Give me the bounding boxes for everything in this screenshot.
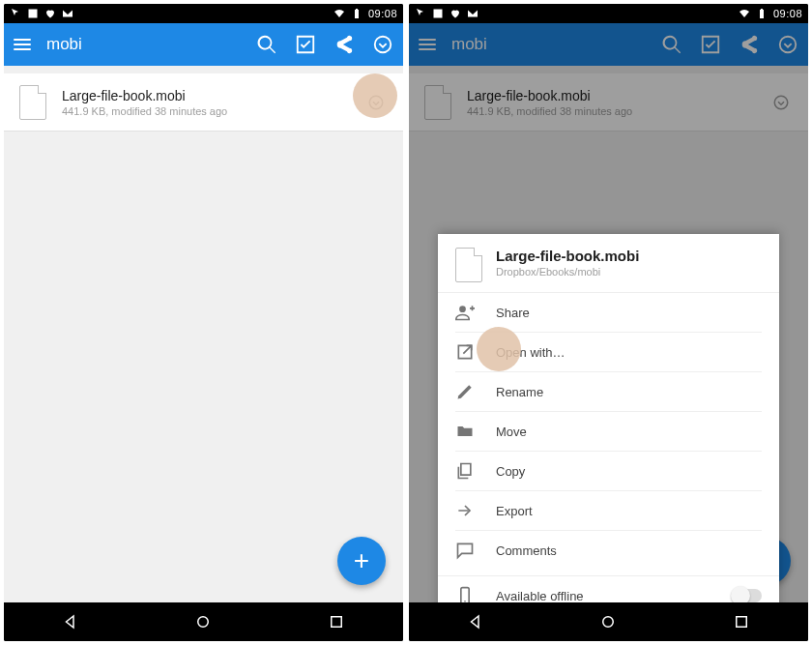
- nav-back-icon[interactable]: [62, 613, 79, 630]
- comment-icon: [455, 541, 475, 560]
- clock: 09:08: [773, 8, 802, 19]
- file-icon: [19, 85, 46, 120]
- nav-bar: [4, 602, 403, 641]
- wifi-icon: [739, 8, 750, 19]
- svg-point-1: [369, 96, 383, 109]
- nav-home-icon[interactable]: [194, 613, 212, 630]
- heart-icon: [450, 8, 461, 19]
- app-bar: mobi: [4, 23, 403, 66]
- sheet-item-label: Available offline: [496, 589, 584, 603]
- sheet-item-copy[interactable]: Copy: [438, 452, 779, 490]
- person-add-icon: [455, 303, 475, 322]
- device-right: 09:08 mobi Large-file-book.mobi 441.9 KB…: [409, 4, 808, 641]
- menu-icon[interactable]: [14, 39, 31, 50]
- sheet-item-move[interactable]: Move: [438, 412, 779, 451]
- file-row[interactable]: Large-file-book.mobi 441.9 KB, modified …: [4, 73, 403, 132]
- sheet-item-label: Share: [496, 306, 530, 320]
- sheet-item-comments[interactable]: Comments: [438, 531, 779, 570]
- battery-icon: [756, 8, 768, 19]
- bottom-sheet: Large-file-book.mobi Dropbox/Ebooks/mobi…: [438, 234, 779, 635]
- nav-recent-icon[interactable]: [328, 613, 345, 630]
- pointer-icon: [10, 8, 21, 19]
- nav-home-icon[interactable]: [599, 613, 617, 630]
- mail-icon: [467, 8, 478, 19]
- nav-bar: [409, 602, 808, 641]
- svg-rect-10: [737, 617, 747, 628]
- folder-move-icon: [455, 422, 475, 441]
- file-meta: 441.9 KB, modified 38 minutes ago: [62, 105, 364, 117]
- sheet-item-label: Open with…: [496, 345, 566, 360]
- sheet-item-label: Copy: [496, 464, 525, 479]
- clock: 09:08: [368, 8, 397, 19]
- device-left: 09:08 mobi Large-file-book.mobi 441.9 KB…: [4, 4, 403, 641]
- app-title: mobi: [46, 35, 256, 54]
- sheet-path: Dropbox/Ebooks/mobi: [496, 266, 639, 278]
- sheet-item-label: Rename: [496, 385, 543, 399]
- sheet-title: Large-file-book.mobi: [496, 248, 639, 264]
- pointer-icon: [415, 8, 426, 19]
- open-external-icon: [455, 342, 475, 362]
- status-bar: 09:08: [4, 4, 403, 23]
- image-icon: [432, 8, 444, 19]
- nav-recent-icon[interactable]: [733, 613, 750, 630]
- sheet-item-share[interactable]: Share: [438, 293, 779, 332]
- share-icon[interactable]: [334, 34, 355, 55]
- sheet-header: Large-file-book.mobi Dropbox/Ebooks/mobi: [438, 234, 779, 293]
- sheet-item-label: Comments: [496, 543, 557, 558]
- wifi-icon: [334, 8, 345, 19]
- select-icon[interactable]: [295, 34, 316, 55]
- sheet-item-label: Move: [496, 425, 527, 439]
- file-more-button[interactable]: [364, 91, 388, 114]
- svg-point-6: [459, 306, 466, 312]
- sort-icon[interactable]: [372, 34, 393, 55]
- offline-toggle[interactable]: [733, 589, 762, 602]
- pencil-icon: [455, 382, 475, 401]
- sheet-item-export[interactable]: Export: [438, 491, 779, 530]
- heart-icon: [44, 8, 56, 19]
- copy-icon: [455, 461, 475, 481]
- nav-back-icon[interactable]: [467, 613, 484, 630]
- svg-point-0: [375, 37, 392, 53]
- battery-icon: [351, 8, 362, 19]
- svg-rect-3: [332, 617, 342, 628]
- content-area: Large-file-book.mobi 441.9 KB, modified …: [4, 66, 403, 602]
- arrow-right-icon: [455, 501, 475, 520]
- image-icon: [27, 8, 39, 19]
- sheet-item-label: Export: [496, 504, 533, 518]
- sheet-item-open-with[interactable]: Open with…: [438, 333, 779, 371]
- sheet-item-rename[interactable]: Rename: [438, 372, 779, 411]
- file-name: Large-file-book.mobi: [62, 88, 364, 103]
- fab-add[interactable]: +: [337, 537, 386, 585]
- status-bar: 09:08: [409, 4, 808, 23]
- search-icon[interactable]: [256, 34, 277, 55]
- mail-icon: [62, 8, 73, 19]
- file-icon: [455, 248, 482, 282]
- svg-point-2: [198, 617, 209, 628]
- svg-point-9: [603, 617, 614, 628]
